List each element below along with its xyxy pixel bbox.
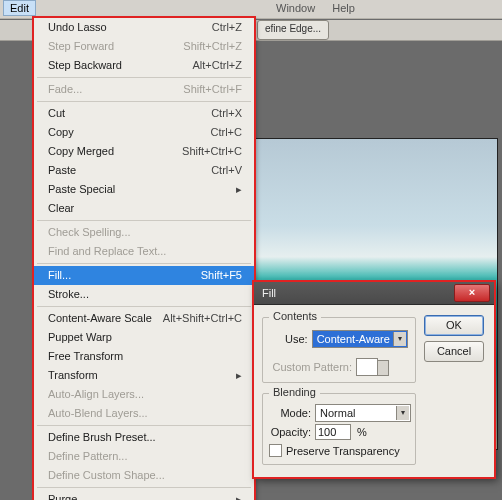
menu-item-undo-lasso[interactable]: Undo LassoCtrl+Z bbox=[34, 18, 254, 37]
menu-separator bbox=[37, 101, 251, 102]
menu-item-check-spelling: Check Spelling... bbox=[34, 223, 254, 242]
menu-item-shortcut: Shift+F5 bbox=[201, 268, 242, 283]
menu-item-label: Copy Merged bbox=[48, 144, 114, 159]
menu-help[interactable]: Help bbox=[325, 0, 362, 16]
menu-item-fade: Fade...Shift+Ctrl+F bbox=[34, 80, 254, 99]
menu-item-label: Puppet Warp bbox=[48, 330, 112, 345]
menu-item-label: Step Forward bbox=[48, 39, 114, 54]
use-dropdown-value: Content-Aware bbox=[317, 333, 390, 345]
menu-item-purge[interactable]: Purge▸ bbox=[34, 490, 254, 500]
mode-dropdown-value: Normal bbox=[320, 407, 355, 419]
menu-item-label: Find and Replace Text... bbox=[48, 244, 166, 259]
preserve-transparency-label: Preserve Transparency bbox=[286, 445, 400, 457]
ok-button[interactable]: OK bbox=[424, 315, 484, 336]
menu-item-label: Copy bbox=[48, 125, 74, 140]
menu-item-fill[interactable]: Fill...Shift+F5 bbox=[34, 266, 254, 285]
use-label: Use: bbox=[285, 333, 308, 345]
menu-edit[interactable]: Edit bbox=[3, 0, 36, 16]
opacity-field[interactable]: 100 bbox=[315, 424, 351, 440]
blending-group: Blending Mode: Normal ▾ Opacity: 100 % P… bbox=[262, 393, 416, 465]
menu-item-paste[interactable]: PasteCtrl+V bbox=[34, 161, 254, 180]
menu-item-copy-merged[interactable]: Copy MergedShift+Ctrl+C bbox=[34, 142, 254, 161]
menu-item-auto-align-layers: Auto-Align Layers... bbox=[34, 385, 254, 404]
menu-item-clear[interactable]: Clear bbox=[34, 199, 254, 218]
cancel-button[interactable]: Cancel bbox=[424, 341, 484, 362]
menu-item-label: Paste bbox=[48, 163, 76, 178]
menu-item-label: Fill... bbox=[48, 268, 71, 283]
menu-item-label: Auto-Align Layers... bbox=[48, 387, 144, 402]
menu-item-stroke[interactable]: Stroke... bbox=[34, 285, 254, 304]
menu-separator bbox=[37, 306, 251, 307]
menu-separator bbox=[37, 425, 251, 426]
menu-separator bbox=[37, 77, 251, 78]
menu-item-find-and-replace-text: Find and Replace Text... bbox=[34, 242, 254, 261]
menu-separator bbox=[37, 220, 251, 221]
chevron-right-icon: ▸ bbox=[236, 368, 242, 383]
contents-group: Contents Use: Content-Aware ▾ Custom Pat… bbox=[262, 317, 416, 383]
chevron-down-icon: ▾ bbox=[396, 406, 409, 420]
menu-item-puppet-warp[interactable]: Puppet Warp bbox=[34, 328, 254, 347]
fill-dialog-titlebar[interactable]: Fill × bbox=[254, 282, 494, 305]
menu-item-step-forward: Step ForwardShift+Ctrl+Z bbox=[34, 37, 254, 56]
blending-group-legend: Blending bbox=[269, 386, 320, 398]
menu-item-free-transform[interactable]: Free Transform bbox=[34, 347, 254, 366]
fill-dialog-title: Fill bbox=[262, 287, 276, 299]
menu-item-step-backward[interactable]: Step BackwardAlt+Ctrl+Z bbox=[34, 56, 254, 75]
menu-item-label: Stroke... bbox=[48, 287, 89, 302]
custom-pattern-swatch bbox=[356, 358, 378, 376]
menu-item-label: Free Transform bbox=[48, 349, 123, 364]
menu-item-copy[interactable]: CopyCtrl+C bbox=[34, 123, 254, 142]
edit-menu-dropdown: Undo LassoCtrl+ZStep ForwardShift+Ctrl+Z… bbox=[33, 17, 255, 500]
menu-item-shortcut: Shift+Ctrl+Z bbox=[183, 39, 242, 54]
menu-item-label: Purge bbox=[48, 492, 77, 500]
menu-item-label: Step Backward bbox=[48, 58, 122, 73]
menu-item-define-custom-shape: Define Custom Shape... bbox=[34, 466, 254, 485]
menu-item-label: Undo Lasso bbox=[48, 20, 107, 35]
mode-dropdown[interactable]: Normal ▾ bbox=[315, 404, 411, 422]
menu-item-paste-special[interactable]: Paste Special▸ bbox=[34, 180, 254, 199]
menu-item-label: Define Brush Preset... bbox=[48, 430, 156, 445]
menu-item-label: Clear bbox=[48, 201, 74, 216]
preserve-transparency-checkbox[interactable] bbox=[269, 444, 282, 457]
menu-separator bbox=[37, 263, 251, 264]
menu-item-shortcut: Ctrl+C bbox=[211, 125, 242, 140]
menu-item-cut[interactable]: CutCtrl+X bbox=[34, 104, 254, 123]
menu-item-label: Check Spelling... bbox=[48, 225, 131, 240]
opacity-unit: % bbox=[357, 426, 367, 438]
opacity-label: Opacity: bbox=[269, 426, 311, 438]
menu-item-label: Transform bbox=[48, 368, 98, 383]
menu-item-auto-blend-layers: Auto-Blend Layers... bbox=[34, 404, 254, 423]
use-dropdown[interactable]: Content-Aware ▾ bbox=[312, 330, 408, 348]
menu-item-transform[interactable]: Transform▸ bbox=[34, 366, 254, 385]
contents-group-legend: Contents bbox=[269, 310, 321, 322]
menu-item-label: Auto-Blend Layers... bbox=[48, 406, 148, 421]
menu-separator bbox=[37, 487, 251, 488]
mode-label: Mode: bbox=[277, 407, 311, 419]
menu-item-shortcut: Shift+Ctrl+C bbox=[182, 144, 242, 159]
menu-item-shortcut: Ctrl+Z bbox=[212, 20, 242, 35]
chevron-down-icon: ▾ bbox=[393, 332, 406, 346]
close-icon[interactable]: × bbox=[454, 284, 490, 302]
menu-item-shortcut: Ctrl+X bbox=[211, 106, 242, 121]
menu-item-label: Define Custom Shape... bbox=[48, 468, 165, 483]
menu-item-shortcut: Ctrl+V bbox=[211, 163, 242, 178]
chevron-right-icon: ▸ bbox=[236, 492, 242, 500]
refine-edge-button[interactable]: efine Edge... bbox=[257, 20, 329, 40]
menu-item-shortcut: Alt+Ctrl+Z bbox=[192, 58, 242, 73]
menu-item-label: Cut bbox=[48, 106, 65, 121]
menu-window[interactable]: Window bbox=[269, 0, 322, 16]
chevron-right-icon: ▸ bbox=[236, 182, 242, 197]
menu-item-define-pattern: Define Pattern... bbox=[34, 447, 254, 466]
menu-item-label: Paste Special bbox=[48, 182, 115, 197]
menu-item-label: Fade... bbox=[48, 82, 82, 97]
menu-item-content-aware-scale[interactable]: Content-Aware ScaleAlt+Shift+Ctrl+C bbox=[34, 309, 254, 328]
menu-item-shortcut: Shift+Ctrl+F bbox=[183, 82, 242, 97]
menu-item-define-brush-preset[interactable]: Define Brush Preset... bbox=[34, 428, 254, 447]
menu-item-shortcut: Alt+Shift+Ctrl+C bbox=[163, 311, 242, 326]
menu-item-label: Content-Aware Scale bbox=[48, 311, 152, 326]
custom-pattern-label: Custom Pattern: bbox=[266, 361, 352, 373]
menu-item-label: Define Pattern... bbox=[48, 449, 128, 464]
fill-dialog: Fill × Contents Use: Content-Aware ▾ Cus… bbox=[253, 281, 495, 478]
